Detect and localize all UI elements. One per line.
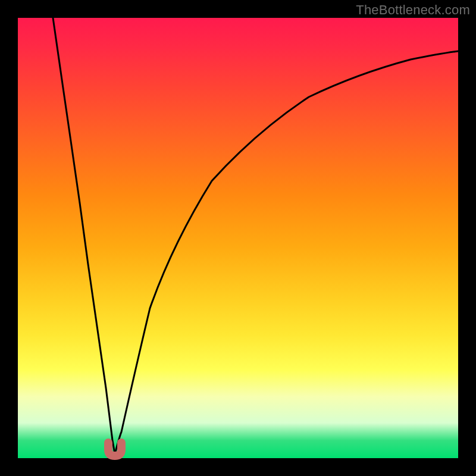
right-branch-curve: [115, 51, 458, 454]
watermark-text: TheBottleneck.com: [356, 2, 470, 18]
left-branch-curve: [53, 18, 115, 454]
chart-frame: TheBottleneck.com: [0, 0, 476, 476]
curve-layer: [18, 18, 458, 458]
plot-area: [18, 18, 458, 458]
